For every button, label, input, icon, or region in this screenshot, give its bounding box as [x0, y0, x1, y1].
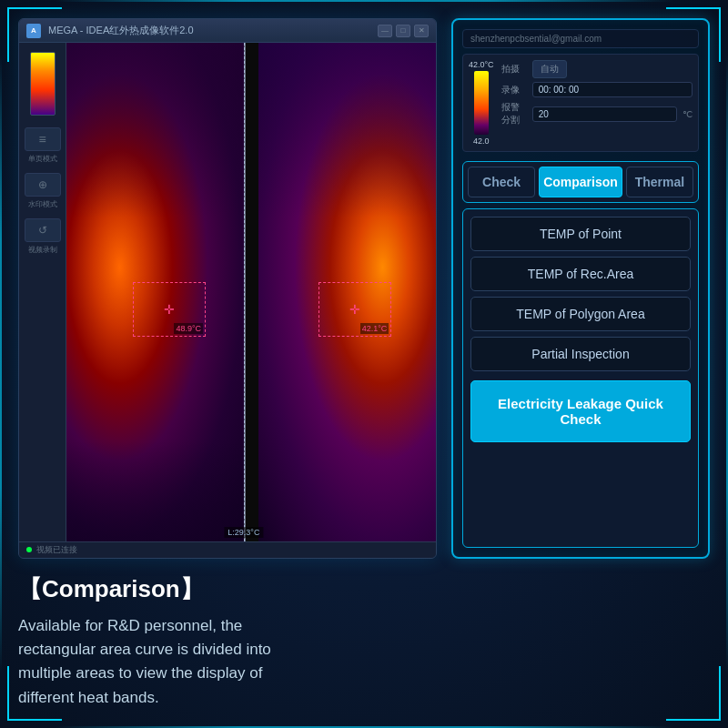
top-section: A MEGA - IDEA红外热成像软件2.0 — □ ✕ ≡ 单页模式	[18, 18, 710, 559]
thermal-divider	[244, 43, 246, 541]
watermark-icon: ⊕	[38, 178, 47, 191]
watermark-button[interactable]: ⊕	[25, 173, 61, 197]
close-button[interactable]: ✕	[414, 25, 429, 37]
single-mode-label: 单页模式	[28, 154, 57, 164]
video-icon: ↺	[38, 224, 47, 237]
features-panel: TEMP of Point TEMP of Rec.Area TEMP of P…	[462, 208, 699, 548]
app-logo: A	[26, 24, 41, 38]
app-window: A MEGA - IDEA红外热成像软件2.0 — □ ✕ ≡ 单页模式	[18, 18, 437, 559]
temp-scale-area: 42.0°C 42.0	[469, 60, 494, 146]
app-statusbar: 视频已连接	[19, 541, 436, 558]
partial-button[interactable]: Partial Inspection	[470, 337, 691, 371]
threshold-unit: ℃	[682, 109, 693, 119]
email-display: shenzhenpcbsential@gmail.com	[470, 34, 602, 44]
status-label: 视频已连接	[36, 544, 77, 556]
window-controls: — □ ✕	[378, 25, 429, 37]
main-content: A MEGA - IDEA红外热成像软件2.0 — □ ✕ ≡ 单页模式	[18, 18, 710, 710]
measure-box-right: ✛ 42.1°C	[318, 282, 391, 337]
video-button[interactable]: ↺	[25, 218, 61, 242]
thermal-overlay-tr	[258, 43, 436, 217]
threshold-input[interactable]: 20	[532, 106, 677, 122]
crosshair-left: ✛	[164, 302, 175, 317]
temp-polygon-button[interactable]: TEMP of Polygon Area	[470, 297, 691, 331]
temp-min-label: 42.0	[473, 136, 490, 146]
measure-box-left: ✛ 48.9°C	[133, 282, 206, 337]
video-label: 视频录制	[28, 245, 57, 255]
single-mode-button[interactable]: ≡	[25, 127, 61, 151]
thermal-overlay-bl	[66, 441, 244, 541]
time-display: 00: 00: 00	[532, 82, 693, 97]
temp-controls: 拍摄 自动 录像 00: 00: 00 报警分割 20 ℃	[501, 60, 693, 146]
threshold-label: 报警分割	[501, 101, 527, 126]
threshold-row: 报警分割 20 ℃	[501, 101, 693, 126]
glow-top	[55, 0, 673, 2]
thermal-overlay-tl	[66, 43, 244, 217]
mode-button[interactable]: 自动	[532, 60, 567, 78]
app-body: ≡ 单页模式 ⊕ 水印模式 ↺ 视频录制	[19, 43, 436, 541]
watermark-label: 水印模式	[28, 199, 57, 209]
temp-display-right: 42.1°C	[360, 323, 389, 334]
app-title: MEGA - IDEA红外热成像软件2.0	[48, 24, 370, 37]
temp-point-button[interactable]: TEMP of Point	[470, 217, 691, 251]
app-titlebar: A MEGA - IDEA红外热成像软件2.0 — □ ✕	[19, 19, 436, 43]
minimize-button[interactable]: —	[378, 25, 392, 37]
mode-label: 拍摄	[501, 63, 527, 76]
bottom-section: 【Comparison】 Available for R&D personnel…	[18, 573, 710, 710]
thermal-image-area: ✛ 48.9°C ✛ 42.1°C L:29.3°C	[66, 43, 436, 541]
single-mode-icon: ≡	[38, 132, 46, 147]
description-area: 【Comparison】 Available for R&D personnel…	[18, 573, 309, 710]
color-palette-strip	[30, 52, 56, 116]
temp-max-label: 42.0°C	[469, 60, 494, 69]
tab-comparison[interactable]: Comparison	[539, 167, 622, 197]
tab-bar: Check Comparison Thermal	[462, 161, 699, 203]
glow-left	[0, 55, 2, 673]
time-row: 录像 00: 00: 00	[501, 82, 693, 97]
tab-thermal[interactable]: Thermal	[626, 167, 693, 197]
sidebar-video: ↺ 视频录制	[19, 214, 66, 258]
section-title: 【Comparison】	[18, 573, 309, 605]
right-panel-container: shenzhenpcbsential@gmail.com 42.0°C 42.0…	[451, 18, 710, 559]
sidebar-single-mode: ≡ 单页模式	[19, 123, 66, 167]
time-label: 录像	[501, 84, 527, 96]
temp-display-left: 48.9°C	[174, 323, 203, 334]
temp-rec-button[interactable]: TEMP of Rec.Area	[470, 257, 691, 291]
temp-bottom-display: L:29.3°C	[224, 527, 263, 538]
mode-row: 拍摄 自动	[501, 60, 693, 78]
app-sidebar: ≡ 单页模式 ⊕ 水印模式 ↺ 视频录制	[19, 43, 66, 541]
status-indicator	[26, 547, 32, 552]
tab-check[interactable]: Check	[468, 167, 535, 197]
section-description: Available for R&D personnel, the rectang…	[18, 614, 309, 710]
sidebar-watermark: ⊕ 水印模式	[19, 168, 66, 212]
temp-scale-widget: 42.0°C 42.0 拍摄 自动 录像 00: 00: 00 报警分割	[462, 54, 699, 152]
maximize-button[interactable]: □	[396, 25, 410, 37]
crosshair-right: ✛	[349, 302, 360, 317]
info-bar: shenzhenpcbsential@gmail.com	[462, 29, 699, 48]
temp-color-scale	[474, 71, 489, 135]
electricity-leakage-button[interactable]: Electricity Leakage Quick Check	[470, 380, 691, 442]
